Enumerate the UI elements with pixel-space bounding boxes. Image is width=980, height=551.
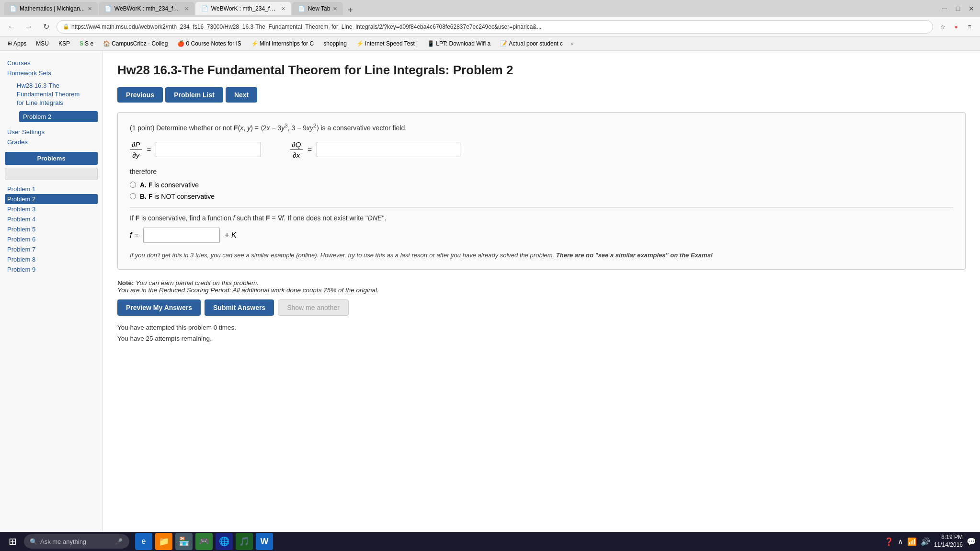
more-bookmarks[interactable]: » xyxy=(570,40,574,47)
tab-favicon: 📄 xyxy=(10,5,17,12)
notification-chevron[interactable]: ∧ xyxy=(898,537,903,546)
taskbar-search-input[interactable] xyxy=(40,538,112,545)
course-notes-icon: 🍎 xyxy=(177,40,184,47)
problem-list-button[interactable]: Problem List xyxy=(165,87,223,103)
start-button[interactable]: ⊞ xyxy=(4,533,21,550)
tab-4-close[interactable]: ✕ xyxy=(333,6,337,12)
network-icon[interactable]: 📶 xyxy=(907,537,917,546)
bookmark-speed-test[interactable]: ⚡ Internet Speed Test | xyxy=(353,39,422,48)
sidebar-problem2-active[interactable]: Problem 2 xyxy=(19,111,98,122)
search-icon: 🔍 xyxy=(30,538,37,545)
url-bar[interactable]: 🔒 https://ww4.math.msu.edu/webwork2/mth_… xyxy=(57,20,933,34)
tab-3-close[interactable]: ✕ xyxy=(281,6,285,12)
menu-icon[interactable]: ≡ xyxy=(964,21,975,33)
partial-q-input[interactable] xyxy=(317,142,460,157)
tab-1-close[interactable]: ✕ xyxy=(88,6,92,12)
option-a-radio[interactable] xyxy=(130,182,136,188)
bookmark-s-e[interactable]: S S e xyxy=(76,39,97,48)
partial-p-equals: = xyxy=(147,146,151,154)
help-icon[interactable]: ❓ xyxy=(884,537,894,546)
sidebar-grades-link[interactable]: Grades xyxy=(5,137,98,147)
taskbar-word-icon[interactable]: W xyxy=(256,533,273,550)
sidebar-user-settings-link[interactable]: User Settings xyxy=(5,127,98,137)
tab-2[interactable]: 📄 WeBWorK : mth_234_fs1... ✕ xyxy=(99,2,194,15)
bookmark-ksp[interactable]: KSP xyxy=(55,39,74,48)
sidebar-problem-6[interactable]: Problem 6 xyxy=(5,234,98,244)
close-button[interactable]: ✕ xyxy=(967,4,976,13)
tab-favicon: 📄 xyxy=(201,5,208,12)
taskbar-store-icon[interactable]: 🏪 xyxy=(175,533,193,550)
nav-buttons: Previous Problem List Next xyxy=(117,87,966,103)
tab-2-title: WeBWorK : mth_234_fs1... xyxy=(114,5,182,12)
taskbar-spotify-icon[interactable]: 🎵 xyxy=(236,533,253,550)
new-tab-button[interactable]: + xyxy=(344,5,357,15)
partial-derivatives-row: ∂P ∂y = ∂Q ∂x = xyxy=(130,140,953,159)
taskbar-time-display[interactable]: 8:19 PM 11/14/2016 xyxy=(934,534,963,549)
page-title: Hw28 16.3-The Fundamental Theorem for Li… xyxy=(117,63,966,78)
bookmark-shopping[interactable]: shopping xyxy=(319,39,351,48)
bookmark-mini-internships[interactable]: ⚡ Mini Internships for C xyxy=(247,39,318,48)
taskbar-chrome-icon[interactable]: 🌐 xyxy=(216,533,233,550)
bookmark-se-label: S e xyxy=(85,40,93,47)
partial-p-input[interactable] xyxy=(156,142,261,157)
tab-1[interactable]: 📄 Mathematics | Michigan... ✕ xyxy=(4,2,98,15)
back-button[interactable]: ← xyxy=(5,20,18,34)
sidebar-problem-3[interactable]: Problem 3 xyxy=(5,204,98,214)
action-center-icon[interactable]: 💬 xyxy=(967,537,976,546)
sidebar-problem-7[interactable]: Problem 7 xyxy=(5,244,98,254)
bookmark-msu[interactable]: MSU xyxy=(32,39,53,48)
option-b-radio[interactable] xyxy=(130,193,136,199)
taskbar-edge-icon[interactable]: e xyxy=(135,533,152,550)
sidebar-problem-5[interactable]: Problem 5 xyxy=(5,224,98,234)
speed-test-icon: ⚡ xyxy=(356,40,364,47)
taskbar-search-box[interactable]: 🔍 🎤 xyxy=(24,534,129,549)
folder-icon: 📁 xyxy=(159,536,169,547)
bookmark-poor-student[interactable]: 📝 Actual poor student c xyxy=(496,39,567,48)
partial-q-fraction: ∂Q ∂x xyxy=(290,140,303,159)
sidebar-problem-2[interactable]: Problem 2 xyxy=(5,194,98,204)
show-another-button[interactable]: Show me another xyxy=(278,299,349,316)
sidebar-problem-4[interactable]: Problem 4 xyxy=(5,214,98,224)
tab-3[interactable]: 📄 WeBWorK : mth_234_fs1... ✕ xyxy=(195,2,291,15)
volume-icon[interactable]: 🔊 xyxy=(921,537,930,546)
sidebar-problem-1[interactable]: Problem 1 xyxy=(5,184,98,194)
submit-answers-button[interactable]: Submit Answers xyxy=(205,299,274,316)
f-label: f = xyxy=(130,231,138,240)
tab-2-close[interactable]: ✕ xyxy=(184,6,189,12)
taskbar-xbox-icon[interactable]: 🎮 xyxy=(195,533,213,550)
bookmark-campus-label: CampusCribz - Colleg xyxy=(112,40,168,47)
mini-internships-icon: ⚡ xyxy=(251,40,258,47)
forward-button[interactable]: → xyxy=(22,20,35,34)
previous-button[interactable]: Previous xyxy=(117,87,163,103)
sidebar-problem-8[interactable]: Problem 8 xyxy=(5,254,98,264)
f-input[interactable] xyxy=(143,228,220,243)
s-icon: S xyxy=(80,40,83,47)
bookmark-icon[interactable]: ☆ xyxy=(937,21,948,33)
note-label: Note: xyxy=(117,279,134,287)
sidebar-homework-sets-link[interactable]: Homework Sets xyxy=(5,68,98,78)
preview-answers-button[interactable]: Preview My Answers xyxy=(117,299,201,316)
bookmark-apps[interactable]: ⊞ Apps xyxy=(4,39,30,48)
apps-grid-icon: ⊞ xyxy=(8,40,12,46)
campus-icon: 🏠 xyxy=(103,40,110,47)
microphone-icon[interactable]: 🎤 xyxy=(115,538,123,545)
sidebar-problem-9[interactable]: Problem 9 xyxy=(5,264,98,275)
partial-q-denominator: ∂x xyxy=(291,150,302,159)
refresh-button[interactable]: ↻ xyxy=(39,20,53,34)
tab-4[interactable]: 📄 New Tab ✕ xyxy=(292,2,343,15)
problem-search-input[interactable] xyxy=(5,168,98,180)
minimize-button[interactable]: ─ xyxy=(940,4,949,13)
therefore-text: therefore xyxy=(130,168,953,175)
sidebar-hw28-link[interactable]: Hw28 16.3-TheFundamental Theoremfor Line… xyxy=(14,80,98,109)
bookmark-apps-label: Apps xyxy=(13,40,26,47)
bookmark-course-notes[interactable]: 🍎 0 Course Notes for IS xyxy=(173,39,245,48)
taskbar-apps: e 📁 🏪 🎮 🌐 🎵 W xyxy=(135,533,273,550)
extensions-icon[interactable]: ● xyxy=(950,21,962,33)
bookmark-campus[interactable]: 🏠 CampusCribz - Colleg xyxy=(99,39,171,48)
bookmark-lpt[interactable]: 📱 LPT: Download Wifi a xyxy=(423,39,494,48)
bookmarks-bar: ⊞ Apps MSU KSP S S e 🏠 CampusCribz - Col… xyxy=(0,36,980,51)
maximize-button[interactable]: □ xyxy=(953,4,963,13)
taskbar-file-explorer-icon[interactable]: 📁 xyxy=(155,533,172,550)
sidebar-courses-link[interactable]: Courses xyxy=(5,58,98,68)
next-button[interactable]: Next xyxy=(226,87,257,103)
